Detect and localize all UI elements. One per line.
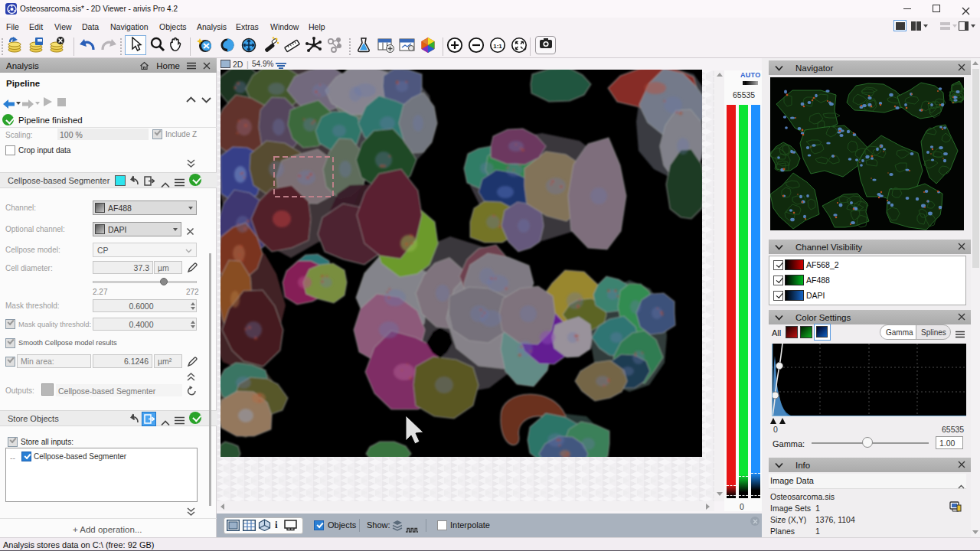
svg-text:1:1: 1:1 (493, 43, 502, 50)
